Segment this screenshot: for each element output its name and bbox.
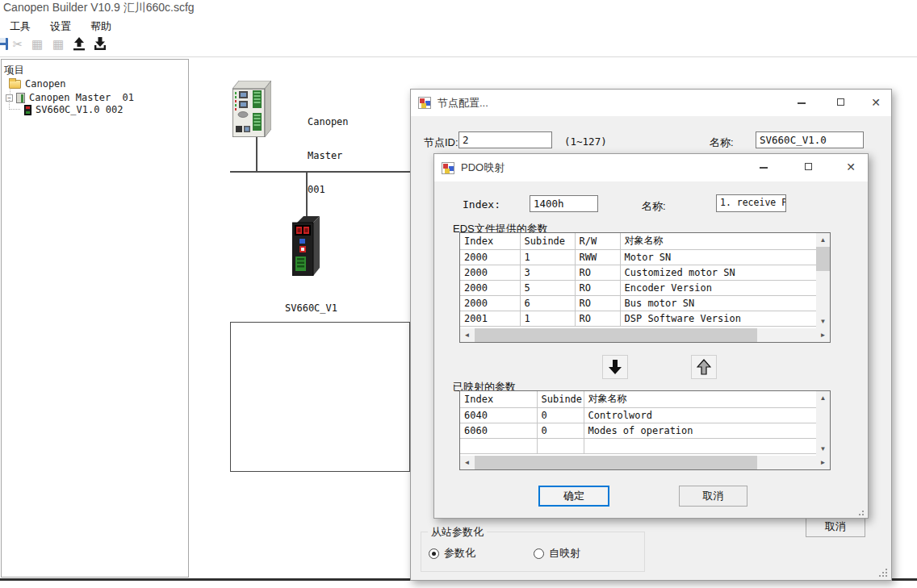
menu-settings[interactable]: 设置 — [45, 18, 76, 35]
form-icon — [418, 97, 431, 109]
resize-grip[interactable] — [856, 507, 864, 515]
canopen-master-node[interactable] — [232, 81, 271, 140]
table-row[interactable]: 60400Controlword — [460, 407, 816, 423]
table-row[interactable]: 20005ROEncoder Version — [460, 280, 816, 295]
table-cell: 1 — [520, 249, 575, 265]
bus-drop-line-slave — [306, 172, 308, 218]
tree-header: 项目 — [4, 64, 24, 77]
node-cancel-button[interactable]: 取消 — [806, 515, 865, 537]
column-header[interactable]: Index — [460, 233, 520, 249]
column-header[interactable]: Index — [460, 391, 537, 407]
scroll-right-icon[interactable]: ► — [816, 328, 830, 342]
table-cell: Motor SN — [620, 249, 816, 265]
node-name-input[interactable]: SV660C_V1.0 — [756, 131, 864, 148]
column-header[interactable]: 对象名称 — [620, 233, 816, 249]
table-cell: 2000 — [460, 249, 520, 265]
mapped-horizontal-scrollbar[interactable]: ◄ ► — [460, 456, 830, 469]
pdo-name-input[interactable]: 1. receive PDO — [716, 194, 786, 212]
table-row[interactable]: 20001RWWMotor SN — [460, 249, 816, 265]
download-icon[interactable] — [90, 34, 110, 54]
scroll-right-icon[interactable]: ► — [816, 456, 830, 469]
servo-drive-device-icon — [292, 216, 323, 276]
resize-grip[interactable] — [879, 569, 887, 577]
scroll-thumb[interactable] — [475, 456, 757, 469]
node-id-input[interactable]: 2 — [458, 131, 552, 148]
table-row[interactable]: 20003ROCustomized motor SN — [460, 265, 816, 280]
tree-item-label: SV660C_V1.0 002 — [36, 104, 123, 115]
sv660c-node[interactable] — [292, 216, 323, 279]
table-cell: 6 — [520, 295, 575, 311]
table-cell: 1 — [520, 311, 575, 326]
menu-help[interactable]: 帮助 — [86, 18, 116, 35]
radio-icon — [534, 548, 544, 559]
table-cell: 2000 — [460, 280, 520, 295]
tree-item-slave[interactable]: SV660C_V1.0 002 — [24, 103, 123, 116]
close-icon[interactable]: ✕ — [860, 90, 892, 115]
diagram-selection-rect — [230, 322, 410, 472]
cut-icon[interactable]: ✂ — [8, 34, 27, 54]
table-cell: RO — [575, 295, 620, 311]
node-id-label: 节点ID: — [424, 136, 458, 150]
scroll-up-icon[interactable]: ▲ — [816, 233, 830, 247]
mapped-grid: IndexSubinde对象名称60400Controlword60600Mod… — [460, 391, 817, 454]
cancel-button[interactable]: 取消 — [679, 486, 747, 507]
column-header[interactable]: Subinde — [537, 391, 584, 407]
table-cell — [460, 438, 537, 453]
table-row[interactable] — [460, 438, 816, 453]
table-row[interactable]: 60600Modes of operation — [460, 423, 816, 438]
minimize-icon[interactable] — [785, 90, 818, 115]
radio-parameterize[interactable]: 参数化 — [429, 546, 475, 561]
dialog-title: 节点配置... — [438, 96, 488, 111]
tree-item-master[interactable]: − Canopen Master 01 — [6, 91, 134, 104]
bus-line — [230, 171, 410, 173]
scroll-left-icon[interactable]: ◄ — [460, 328, 474, 342]
table-cell: DSP Software Version — [620, 311, 816, 326]
toolbar-separator — [0, 56, 917, 57]
scroll-thumb[interactable] — [475, 328, 757, 342]
table-cell: Customized motor SN — [620, 265, 816, 280]
table-cell: 5 — [520, 280, 575, 295]
master-node-label: Canopen Master 001 — [308, 94, 349, 206]
scroll-left-icon[interactable]: ◄ — [460, 456, 474, 469]
column-header[interactable]: Subinde — [520, 233, 575, 249]
table-cell — [537, 438, 584, 453]
maximize-icon[interactable] — [792, 154, 824, 180]
pdo-dialog-titlebar[interactable]: PDO映射 ✕ — [434, 154, 868, 181]
column-header[interactable]: 对象名称 — [584, 391, 816, 407]
scroll-thumb[interactable] — [816, 247, 830, 271]
eds-horizontal-scrollbar[interactable]: ◄ ► — [460, 328, 830, 342]
paste-icon[interactable]: ▦ — [48, 34, 68, 54]
node-name-label: 名称: — [710, 136, 734, 150]
maximize-icon[interactable] — [824, 90, 856, 115]
minimize-icon[interactable] — [747, 154, 780, 180]
copy-icon[interactable]: ▦ — [27, 34, 47, 54]
tree-item-label: Canopen Master 01 — [29, 92, 134, 103]
scroll-down-icon[interactable]: ▼ — [816, 315, 830, 328]
tree-connector — [9, 109, 20, 110]
servo-drive-icon — [24, 105, 31, 115]
close-icon[interactable]: ✕ — [835, 154, 867, 180]
tree-item-canopen[interactable]: Canopen — [9, 77, 66, 90]
table-cell — [584, 438, 816, 453]
node-id-range: (1~127) — [564, 136, 607, 148]
radio-selfmap[interactable]: 自映射 — [534, 546, 580, 561]
mapped-vertical-scrollbar[interactable]: ▲ ▼ — [816, 391, 830, 456]
table-cell: Bus motor SN — [620, 295, 816, 311]
map-down-button[interactable] — [602, 355, 628, 379]
pdo-index-input[interactable]: 1400h — [530, 195, 598, 212]
table-cell: RO — [575, 311, 620, 326]
table-cell: 2000 — [460, 265, 520, 280]
upload-icon[interactable] — [69, 34, 89, 54]
table-row[interactable]: 20011RODSP Software Version — [460, 311, 816, 326]
unmap-up-button[interactable] — [691, 355, 717, 379]
ok-button[interactable]: 确定 — [538, 486, 609, 507]
column-header[interactable]: R/W — [575, 233, 620, 249]
table-row[interactable]: 20006ROBus motor SN — [460, 295, 816, 311]
scroll-up-icon[interactable]: ▲ — [816, 391, 830, 405]
eds-vertical-scrollbar[interactable]: ▲ ▼ — [816, 233, 830, 328]
node-dialog-titlebar[interactable]: 节点配置... ✕ — [411, 90, 891, 116]
scroll-down-icon[interactable]: ▼ — [816, 442, 830, 456]
menu-tools[interactable]: 工具 — [5, 18, 36, 35]
table-cell: Modes of operation — [584, 423, 816, 438]
table-cell: 0 — [537, 423, 584, 438]
